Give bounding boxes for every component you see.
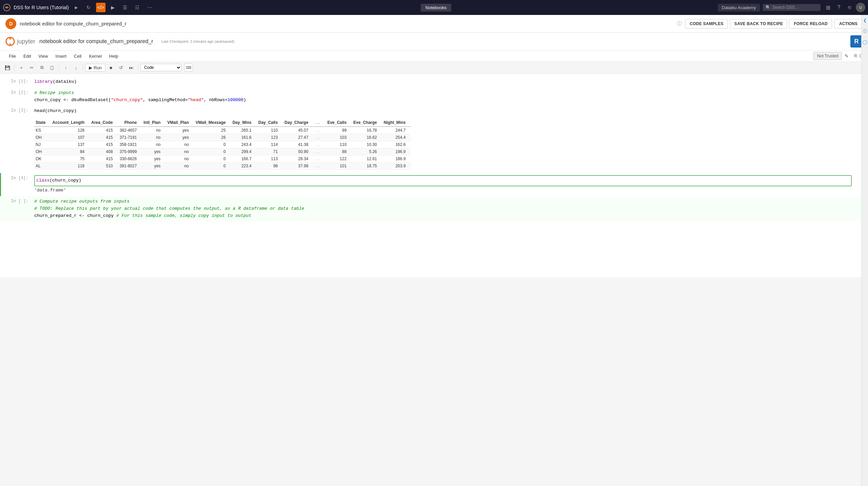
col-eve-calls: Eve_Calls <box>326 119 352 127</box>
cell-4-content[interactable]: class(churn_copy) 'data.frame' <box>32 174 854 195</box>
copy-cell-btn[interactable]: ⧉ <box>37 63 46 72</box>
table-cell: 110 <box>326 141 352 148</box>
save-btn[interactable]: 💾 <box>3 63 12 72</box>
paste-cell-btn[interactable]: 📋 <box>47 63 57 72</box>
stop-btn[interactable]: ■ <box>106 63 116 72</box>
save-back-recipe-button[interactable]: SAVE BACK TO RECIPE <box>730 19 787 29</box>
table-cell: no <box>142 127 166 134</box>
cell-5-content[interactable]: # Compute recipe outputs from inputs # T… <box>32 197 854 221</box>
table-cell: 107 <box>51 134 90 141</box>
table-cell: 203.9 <box>382 163 411 170</box>
table-cell: 118 <box>51 163 90 170</box>
menu-view[interactable]: View <box>35 52 51 60</box>
sidebar-icon-circle[interactable]: ◯ <box>862 39 868 45</box>
table-cell: no <box>142 134 166 141</box>
menu-cell[interactable]: Cell <box>71 52 85 60</box>
table-cell: 110 <box>257 127 283 134</box>
svg-point-2 <box>10 38 11 40</box>
cell-4-output: 'data.frame' <box>34 186 852 194</box>
move-up-btn[interactable]: ↑ <box>61 63 71 72</box>
actions-button[interactable]: ACTIONS <box>834 19 863 29</box>
table-cell: 41.38 <box>283 141 314 148</box>
table-cell: 37.98 <box>283 163 314 170</box>
table-cell: ... <box>314 155 326 163</box>
notebook-toolbar: D notebook editor for compute_churn_prep… <box>0 15 868 33</box>
nav-refresh-icon[interactable]: ↻ <box>84 3 93 12</box>
table-cell: 114 <box>257 141 283 148</box>
force-reload-button[interactable]: FORCE RELOAD <box>789 19 832 29</box>
notebooks-tab[interactable]: Notebooks <box>421 4 451 12</box>
table-cell: 161.6 <box>231 134 257 141</box>
col-phone: Phone <box>118 119 142 127</box>
search-icon: 🔍 <box>766 5 771 10</box>
move-down-btn[interactable]: ↓ <box>71 63 81 72</box>
table-cell: 415 <box>90 127 118 134</box>
edit-icon[interactable]: ✎ <box>843 53 851 59</box>
menu-help[interactable]: Help <box>106 52 122 60</box>
table-cell: OH <box>34 148 51 155</box>
col-area-code: Area_Code <box>90 119 118 127</box>
jupyter-logo: jupyter <box>5 37 35 46</box>
table-cell: no <box>166 141 194 148</box>
dataiku-academy-btn[interactable]: Dataiku Academy <box>718 4 760 12</box>
output-table: State Account_Length Area_Code Phone Int… <box>34 119 411 170</box>
nav-layers-icon[interactable]: ☰ <box>120 3 130 12</box>
table-cell: 12.61 <box>352 155 382 163</box>
code-samples-button[interactable]: CODE SAMPLES <box>685 19 728 29</box>
run-cell-btn[interactable]: ▶ Run <box>85 64 106 72</box>
analytics-icon[interactable]: ⎋ <box>845 3 854 12</box>
cell-1-prompt: In [1]: <box>1 77 32 87</box>
main-layout: jupyter notebook editor for compute_chur… <box>0 33 868 486</box>
table-cell: 391-8027 <box>118 163 142 170</box>
project-title: DSS for R Users (Tutorial) <box>14 5 69 10</box>
toolbar-sep-4 <box>138 64 138 71</box>
cell-type-select[interactable]: Code Markdown Raw NBConvert Heading <box>140 64 182 71</box>
search-input[interactable] <box>772 5 813 10</box>
table-cell: ... <box>314 148 326 155</box>
nav-play-icon[interactable]: ▶ <box>108 3 118 12</box>
keyboard-icon[interactable]: ⌨ <box>184 63 193 72</box>
help-icon[interactable]: ? <box>834 3 844 12</box>
menu-edit[interactable]: Edit <box>20 52 34 60</box>
menu-file[interactable]: File <box>5 52 19 60</box>
table-cell: 16.62 <box>352 134 382 141</box>
main-content: jupyter notebook editor for compute_chur… <box>0 33 868 486</box>
search-box[interactable]: 🔍 <box>763 4 820 11</box>
fast-forward-btn[interactable]: ⏭ <box>127 63 136 72</box>
r-badge: R <box>850 35 863 48</box>
table-cell: 137 <box>51 141 90 148</box>
avatar[interactable]: U <box>856 3 865 12</box>
sidebar-icon-info[interactable]: ⓘ <box>862 33 868 34</box>
info-icon[interactable]: ⓘ <box>677 21 682 27</box>
menu-insert[interactable]: Insert <box>52 52 70 60</box>
toolbar-btn-group: CODE SAMPLES SAVE BACK TO RECIPE FORCE R… <box>685 19 863 29</box>
table-cell: 88 <box>326 148 352 155</box>
table-cell: ... <box>314 163 326 170</box>
table-cell: ... <box>314 141 326 148</box>
table-row: OK75415330-6626yesno0166.711328.34...122… <box>34 155 411 163</box>
run-label: Run <box>94 65 102 70</box>
menu-kernel[interactable]: Kernel <box>86 52 105 60</box>
cell-2-content[interactable]: # Recipe inputs churn_copy <- dkuReadDat… <box>32 88 854 105</box>
table-cell: 375-9999 <box>118 148 142 155</box>
nav-more-icon[interactable]: ⋯ <box>145 3 154 12</box>
cell-4-code-box[interactable]: class(churn_copy) <box>34 175 852 186</box>
not-trusted-btn[interactable]: Not Trusted <box>813 52 842 60</box>
table-cell: no <box>166 148 194 155</box>
table-cell: 299.4 <box>231 148 257 155</box>
table-cell: yes <box>166 127 194 134</box>
add-cell-btn[interactable]: + <box>17 63 26 72</box>
notebook-editor-title: notebook editor for compute_churn_prepar… <box>20 21 674 26</box>
nav-arrow-icon[interactable]: ► <box>72 3 81 12</box>
col-eve-charge: Eve_Charge <box>352 119 382 127</box>
table-cell: 84 <box>51 148 90 155</box>
table-cell: 122 <box>326 155 352 163</box>
table-cell: 166.7 <box>231 155 257 163</box>
apps-icon[interactable]: ⊞ <box>823 3 833 12</box>
restart-btn[interactable]: ↺ <box>116 63 126 72</box>
nav-grid-icon[interactable]: ☷ <box>133 3 142 12</box>
cell-3-content[interactable]: head(churn_copy) State Account_Length Ar… <box>32 106 854 172</box>
cell-1-content[interactable]: library(dataiku) <box>32 77 854 87</box>
cut-cell-btn[interactable]: ✂ <box>27 63 36 72</box>
nav-code-icon[interactable]: </> <box>96 3 106 12</box>
